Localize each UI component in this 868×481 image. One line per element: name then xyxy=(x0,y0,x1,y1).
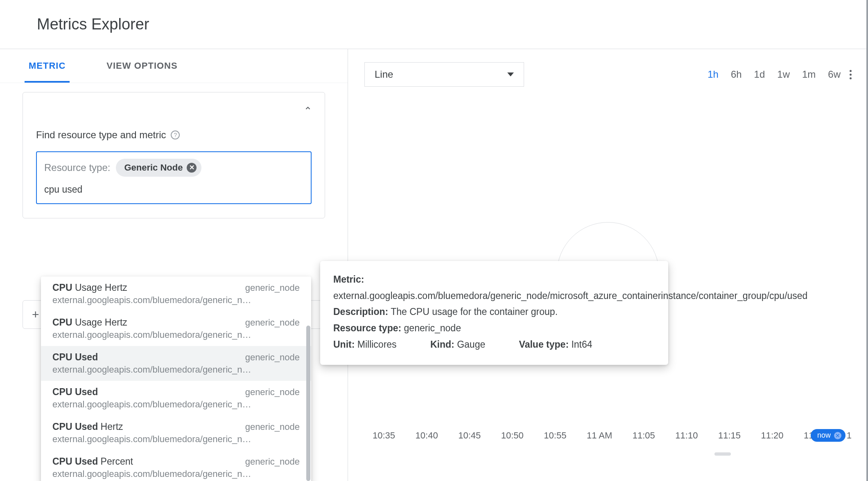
x-tick: 11 AM xyxy=(587,430,612,441)
chart-x-axis: 10:3510:4010:4510:5010:5511 AM11:0511:10… xyxy=(373,430,852,441)
x-tick: 1 xyxy=(847,430,852,441)
more-menu[interactable] xyxy=(850,70,852,79)
now-pill[interactable]: now ✕ xyxy=(811,429,845,442)
tooltip-description-value: The CPU usage for the container group. xyxy=(391,306,558,317)
caret-down-icon xyxy=(507,71,514,78)
time-range-1h[interactable]: 1h xyxy=(708,69,719,80)
chart-top-bar: Line 1h6h1d1w1m6w xyxy=(348,49,868,87)
tooltip-kind-value: Gauge xyxy=(457,339,485,350)
time-range-1d[interactable]: 1d xyxy=(754,69,765,80)
metric-search-input[interactable] xyxy=(44,184,303,195)
suggestion-item[interactable]: CPU Used Hertzgeneric_nodeexternal.googl… xyxy=(41,416,311,450)
left-panel: METRIC VIEW OPTIONS Find resource type a… xyxy=(0,49,348,481)
resource-type-label: Resource type: xyxy=(44,162,110,173)
chip-remove-icon[interactable]: ✕ xyxy=(187,163,197,173)
suggestion-item[interactable]: CPU Usedgeneric_nodeexternal.googleapis.… xyxy=(41,381,311,416)
tab-metric[interactable]: METRIC xyxy=(25,49,70,83)
tab-view-options[interactable]: VIEW OPTIONS xyxy=(102,49,181,83)
now-clear-icon[interactable]: ✕ xyxy=(834,432,841,439)
x-tick: 10:40 xyxy=(416,430,438,441)
time-range-1m[interactable]: 1m xyxy=(802,69,816,80)
x-tick: 10:35 xyxy=(373,430,395,441)
time-range-6w[interactable]: 6w xyxy=(828,69,841,80)
time-range-picker: 1h6h1d1w1m6w xyxy=(708,69,841,80)
now-label: now xyxy=(817,431,831,440)
x-tick: 10:50 xyxy=(501,430,524,441)
x-tick: 11:20 xyxy=(761,430,784,441)
tooltip-value-type-label: Value type: xyxy=(519,339,569,350)
metric-tooltip: Metric: external.googleapis.com/bluemedo… xyxy=(320,261,668,365)
time-range-1w[interactable]: 1w xyxy=(777,69,790,80)
time-range-6h[interactable]: 6h xyxy=(731,69,742,80)
scrub-handle[interactable] xyxy=(714,452,731,456)
tooltip-value-type-value: Int64 xyxy=(571,339,592,350)
chevron-up-icon xyxy=(303,104,312,113)
tooltip-resource-type-label: Resource type: xyxy=(333,323,401,333)
tooltip-unit-value: Millicores xyxy=(357,339,397,350)
x-tick: 11:15 xyxy=(718,430,741,441)
suggestion-item[interactable]: CPU Used Percentgeneric_nodeexternal.goo… xyxy=(41,450,311,481)
plus-icon: + xyxy=(32,308,39,321)
header: Metrics Explorer xyxy=(0,0,868,49)
metric-config-card: Find resource type and metric ? Resource… xyxy=(23,92,325,218)
x-tick: 10:45 xyxy=(458,430,481,441)
chip-text: Generic Node xyxy=(124,162,183,173)
dropdown-scrollbar[interactable] xyxy=(306,326,310,481)
tooltip-resource-type-value: generic_node xyxy=(404,323,461,333)
chart-type-label: Line xyxy=(375,69,393,80)
tabs: METRIC VIEW OPTIONS xyxy=(0,49,348,83)
find-label-row: Find resource type and metric ? xyxy=(36,129,312,141)
tooltip-unit-label: Unit: xyxy=(333,339,355,350)
resource-type-chip[interactable]: Generic Node ✕ xyxy=(116,159,201,177)
tooltip-description-label: Description: xyxy=(333,306,388,317)
x-tick: 11:05 xyxy=(633,430,655,441)
page-title: Metrics Explorer xyxy=(37,16,149,33)
x-tick: 11:10 xyxy=(675,430,698,441)
collapse-toggle[interactable] xyxy=(303,104,312,115)
suggestion-item[interactable]: CPU Usage Hertzgeneric_nodeexternal.goog… xyxy=(41,276,311,311)
tooltip-metric-value: external.googleapis.com/bluemedora/gener… xyxy=(333,289,655,303)
metric-suggestions-dropdown: CPU Usage Hertzgeneric_nodeexternal.goog… xyxy=(41,276,311,481)
suggestion-item[interactable]: CPU Usedgeneric_nodeexternal.googleapis.… xyxy=(41,346,311,381)
find-label: Find resource type and metric xyxy=(36,129,166,141)
metric-search-box[interactable]: Resource type: Generic Node ✕ xyxy=(36,151,312,204)
tooltip-metric-label: Metric: xyxy=(333,274,364,285)
help-icon[interactable]: ? xyxy=(171,130,180,139)
suggestion-item[interactable]: CPU Usage Hertzgeneric_nodeexternal.goog… xyxy=(41,311,311,346)
chart-type-select[interactable]: Line xyxy=(364,62,524,87)
tooltip-kind-label: Kind: xyxy=(430,339,454,350)
x-tick: 10:55 xyxy=(544,430,566,441)
